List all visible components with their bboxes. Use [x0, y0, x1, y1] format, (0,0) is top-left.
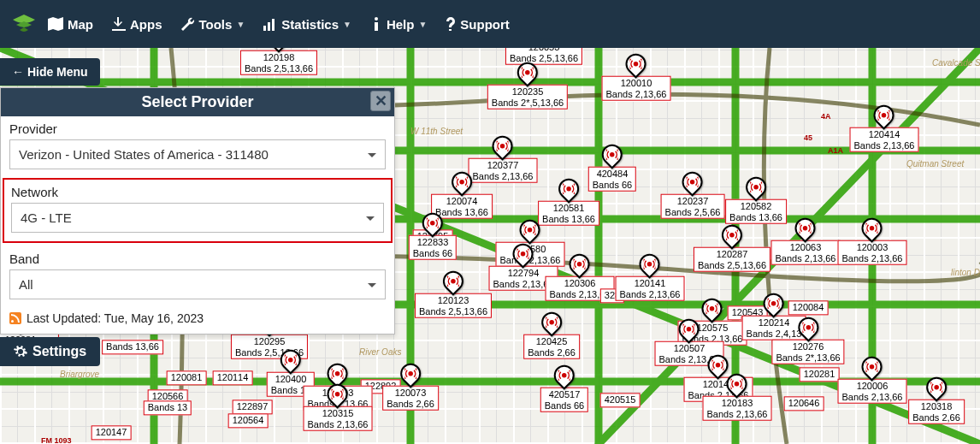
svg-point-29 [688, 328, 691, 331]
tower-marker[interactable]: 120281 [800, 365, 840, 382]
tower-label: 120237Bands 2,5,66 [661, 194, 725, 219]
panel-title: Select Provider [141, 93, 253, 110]
svg-point-35 [717, 364, 720, 367]
nav-help[interactable]: Help ▼ [363, 12, 434, 37]
tower-label: 120425Bands 2,66 [523, 334, 580, 359]
nav-statistics[interactable]: Statistics ▼ [257, 12, 358, 37]
tower-marker[interactable]: 120646 [784, 394, 824, 411]
tower-marker[interactable]: 120315Bands 2,13,66 [304, 384, 373, 431]
street-label: River Oaks [359, 347, 401, 357]
tower-marker[interactable]: 420517Bands 66 [540, 365, 588, 412]
svg-point-21 [522, 252, 525, 256]
tower-marker[interactable]: 120141Bands 2,13,66 [616, 254, 685, 301]
map-icon [48, 17, 63, 31]
svg-point-39 [735, 382, 739, 386]
tower-pin-icon [791, 214, 820, 243]
hide-menu-label: ← Hide Menu [12, 65, 88, 79]
tower-label: 120646 [784, 396, 824, 411]
svg-rect-1 [268, 22, 270, 31]
tower-marker[interactable]: 120414Bands 2,13,66 [850, 105, 919, 152]
tower-pin-icon [622, 50, 651, 79]
svg-point-34 [409, 372, 412, 376]
tower-marker[interactable]: 120237Bands 2,5,66 [661, 172, 725, 219]
top-navbar: Map Apps Tools ▼ Statistics ▼ Help ▼ Sup… [0, 0, 980, 48]
rss-icon[interactable] [9, 312, 21, 324]
svg-point-26 [772, 302, 776, 305]
band-value: All [19, 277, 33, 292]
tower-marker[interactable]: 120074Bands 13,66 [431, 172, 493, 219]
svg-point-13 [567, 187, 570, 191]
panel-close-button[interactable]: ✕ [370, 91, 391, 111]
tower-marker[interactable]: 120287Bands 2,5,13,66 [694, 225, 770, 272]
tower-label: 120287Bands 2,5,13,66 [694, 247, 770, 272]
tower-marker[interactable]: 120276Bands 2*,13,66 [771, 317, 844, 364]
tower-marker[interactable]: 120123Bands 2,5,13,66 [415, 271, 492, 318]
tower-marker[interactable]: 120003Bands 2,13,66 [838, 218, 907, 265]
tower-marker[interactable]: 120425Bands 2,66 [523, 312, 580, 359]
svg-point-10 [501, 145, 505, 148]
tower-marker[interactable]: 120114 [213, 369, 253, 385]
tower-pin-icon [488, 132, 517, 161]
tower-marker[interactable]: 120235Bands 2*,5,13,66 [487, 62, 568, 110]
tower-pin-icon [396, 359, 425, 388]
tower-pin-icon [635, 250, 664, 279]
svg-rect-2 [272, 19, 275, 31]
highway-label: 4A [821, 112, 831, 121]
tower-marker[interactable]: 120081 [167, 369, 207, 385]
tower-label: 120281 [800, 367, 840, 382]
tower-label: 120081 [167, 370, 207, 385]
network-select[interactable]: 4G - LTE [11, 203, 384, 233]
tower-label: 120141Bands 2,13,66 [616, 276, 685, 301]
tower-label: 420517Bands 66 [540, 388, 588, 412]
nav-map[interactable]: Map [41, 12, 100, 37]
band-select[interactable]: All [9, 269, 386, 299]
tower-marker[interactable]: 120581Bands 13,66 [538, 179, 599, 226]
tower-pin-icon [516, 216, 545, 245]
tower-marker[interactable]: 120147 [92, 423, 132, 440]
tower-marker[interactable]: 120198Bands 2,5,13,66 [240, 48, 317, 75]
nav-apps[interactable]: Apps [105, 12, 169, 37]
provider-select[interactable]: Verizon - United States of America - 311… [9, 139, 386, 169]
tower-marker[interactable]: 120564 [228, 411, 269, 428]
tower-pin-icon [565, 250, 594, 279]
svg-rect-0 [263, 26, 266, 31]
hide-menu-button[interactable]: ← Hide Menu [0, 58, 100, 86]
tower-marker[interactable]: 120006Bands 2,13,66 [838, 357, 907, 404]
tower-pin-icon [418, 209, 447, 238]
tower-marker[interactable]: 120582Bands 13,66 [725, 177, 787, 224]
svg-point-25 [711, 307, 714, 311]
svg-point-28 [550, 321, 553, 324]
tower-marker[interactable]: 120010Bands 2,13,66 [602, 54, 671, 101]
nav-tools[interactable]: Tools ▼ [174, 12, 252, 37]
select-provider-panel: Select Provider ✕ Provider Verizon - Uni… [0, 87, 395, 334]
svg-point-30 [806, 326, 810, 329]
tower-label: 120073Bands 2,66 [382, 386, 439, 411]
tower-label: 120123Bands 2,5,13,66 [415, 293, 492, 318]
tower-marker[interactable]: Bands 13,66 [102, 338, 163, 354]
highway-label: 45 [804, 133, 812, 142]
caret-down-icon: ▼ [343, 20, 351, 29]
tower-marker[interactable]: 122833Bands 66 [409, 213, 457, 260]
tower-pin-icon [447, 168, 476, 197]
network-group: Network 4G - LTE [3, 178, 393, 243]
last-updated-row: Last Updated: Tue, May 16, 2023 [9, 308, 386, 325]
tower-marker[interactable]: 120318Bands 2,66 [908, 377, 965, 424]
tower-pin-icon [598, 140, 627, 169]
tower-marker[interactable]: 120063Bands 2,13,66 [771, 218, 841, 265]
svg-point-3 [375, 17, 378, 21]
tower-label: 120063Bands 2,13,66 [771, 240, 841, 265]
gear-icon [14, 345, 27, 358]
provider-value: Verizon - United States of America - 311… [19, 147, 269, 162]
nav-support[interactable]: Support [439, 12, 517, 37]
tower-pin-icon [323, 380, 352, 409]
tower-pin-icon [870, 101, 899, 130]
tower-marker[interactable]: 420515 [600, 391, 641, 407]
network-label: Network [11, 185, 384, 199]
tower-marker[interactable]: Bands 13 [144, 399, 192, 415]
tower-marker[interactable]: 120183Bands 2,13,66 [703, 374, 772, 421]
tower-label: 120235Bands 2*,5,13,66 [487, 85, 568, 110]
tower-marker[interactable]: 120073Bands 2,66 [382, 364, 439, 411]
map-canvas[interactable]: W 11th StreetCavalcade StrQuitman Street… [0, 48, 980, 444]
settings-button[interactable]: Settings [0, 337, 100, 366]
highway-label: FM 1093 [41, 436, 72, 444]
